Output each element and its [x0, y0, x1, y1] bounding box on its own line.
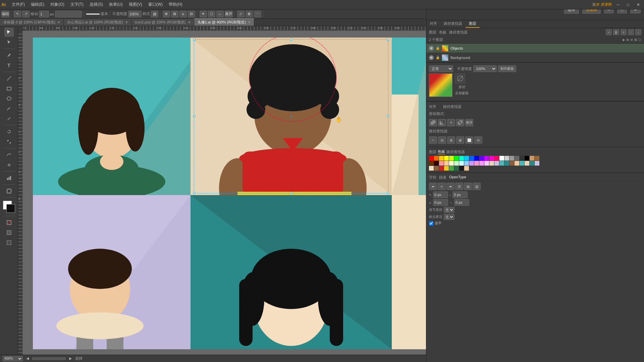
pf-expand[interactable]: 展开 — [465, 119, 473, 126]
tool-rotate[interactable] — [4, 127, 14, 136]
color-swatch[interactable] — [459, 156, 464, 161]
color-swatch[interactable] — [489, 156, 494, 161]
tab-avatar1[interactable]: 头像1.ai @ 400% (RGB/预览) ✕ — [194, 18, 254, 26]
color-swatch[interactable] — [530, 156, 534, 161]
layers-pf-tab[interactable]: 路径查找器 — [449, 30, 468, 35]
make-mask-btn[interactable]: 制作蒙版 — [498, 65, 516, 72]
tool-draw-mode[interactable] — [4, 238, 14, 247]
typo-tab-char[interactable]: 字符 — [429, 175, 436, 180]
nav-next[interactable]: ▶ — [69, 356, 72, 361]
align-left-btn[interactable]: ⬅ — [429, 183, 437, 190]
tab-office1[interactable]: 办公用品1.ai @ 100% (RGB/预览) ✕ — [64, 18, 131, 26]
style-btn[interactable]: ▤ — [151, 11, 158, 17]
anchor-corner[interactable]: ⌐ — [216, 11, 224, 17]
pf-merge[interactable]: ⊞ — [447, 136, 455, 144]
tool-pencil[interactable] — [4, 114, 14, 123]
anchor-add[interactable]: ✦ — [200, 11, 207, 17]
tool-ellipse[interactable] — [4, 94, 14, 103]
color-swatch-extra[interactable] — [449, 166, 454, 171]
color-swatch-extra[interactable] — [429, 166, 434, 171]
color-swatch[interactable] — [499, 161, 504, 166]
tool-rect[interactable] — [4, 84, 14, 93]
color-swatch[interactable] — [484, 161, 489, 166]
align-justify2-btn[interactable]: ▥ — [473, 183, 481, 190]
color-swatch[interactable] — [449, 156, 454, 161]
color-swatch-extra[interactable] — [454, 166, 459, 171]
window-maximize[interactable]: □ — [624, 2, 632, 8]
toolbar-select-icon[interactable]: ↖ — [14, 11, 21, 17]
color-swatch[interactable] — [525, 156, 529, 161]
pf-subtract[interactable]: ⊘ — [474, 136, 482, 144]
palette-tab-pf[interactable]: 路径查找器 — [446, 149, 465, 155]
toolbar-direct-select[interactable]: ↗ — [22, 11, 30, 17]
color-swatch[interactable] — [509, 156, 514, 161]
tool-pen[interactable] — [4, 51, 14, 60]
menu-view[interactable]: 视图(V) — [126, 1, 145, 8]
tab-close-avatar1[interactable]: ✕ — [248, 20, 251, 24]
color-swatch[interactable] — [494, 156, 499, 161]
color-swatch-extra[interactable] — [530, 161, 534, 166]
tab-close-untitled3[interactable]: ✕ — [57, 20, 60, 24]
color-swatch[interactable] — [434, 156, 439, 161]
pad-left-input[interactable] — [454, 199, 469, 206]
tool-type[interactable]: T — [4, 61, 14, 70]
cell-bottom-left[interactable] — [33, 195, 191, 349]
tool-brush[interactable] — [4, 104, 14, 113]
menu-file[interactable]: 文件(F) — [9, 1, 28, 8]
color-swatch[interactable] — [474, 156, 479, 161]
color-swatch[interactable] — [520, 156, 524, 161]
color-swatch[interactable] — [515, 156, 519, 161]
color-swatch[interactable] — [429, 161, 434, 166]
tool-color-box[interactable] — [3, 201, 15, 213]
tab-icon2[interactable]: icon2.psd @ 100% (RGB/预览) ✕ — [131, 18, 194, 26]
color-swatch[interactable] — [479, 156, 484, 161]
pf-outline[interactable]: ⬜ — [465, 136, 473, 144]
layer-lock-background[interactable]: 🔒 — [436, 56, 440, 59]
tool-fill[interactable] — [4, 218, 14, 227]
color-swatch-extra[interactable] — [464, 166, 469, 171]
opacity-prop-select[interactable]: 100%75%50% — [473, 65, 497, 72]
color-swatch-extra[interactable] — [520, 161, 524, 166]
align-h[interactable]: ≡ — [179, 11, 187, 17]
snap-select[interactable]: 无 — [444, 214, 454, 220]
layer-icon5[interactable]: ⬡ — [638, 38, 641, 42]
canvas-area[interactable]: 72 84 96 108 124 144 160 196 216 228 240… — [18, 26, 426, 355]
color-swatch[interactable] — [444, 161, 449, 166]
more-btn[interactable]: ⋯ — [254, 11, 261, 17]
layer-row-objects[interactable]: ● 🔒 Objects — [426, 44, 644, 53]
menu-help[interactable]: 帮助(H) — [166, 1, 185, 8]
layer-up[interactable]: ↑ — [628, 29, 634, 35]
layer-down[interactable]: ↓ — [635, 29, 641, 35]
typo-tab-ot[interactable]: OpenType — [449, 175, 466, 180]
layer-delete[interactable]: 🗑 — [613, 29, 619, 35]
tab-close-icon2[interactable]: ✕ — [188, 20, 191, 24]
layer-lock-objects[interactable]: 🔒 — [436, 46, 440, 50]
color-swatch[interactable] — [429, 156, 434, 161]
pad-bottom-input[interactable] — [433, 199, 448, 206]
layer-options[interactable]: ≡ — [621, 29, 627, 35]
tab-untitled3[interactable]: 未标题-3 @ 100% (CMYK/预览) ✕ — [0, 18, 64, 26]
pf-divide[interactable]: ÷ — [429, 136, 437, 144]
layer-row-background[interactable]: ● 🔒 Background — [426, 53, 644, 62]
color-swatch-extra[interactable] — [439, 166, 444, 171]
window-minimize[interactable]: ─ — [614, 2, 622, 8]
pf-trim[interactable]: ⊟ — [438, 136, 446, 144]
layers-color-tab[interactable]: 色板 — [439, 30, 446, 35]
align-reset[interactable]: ⊕ — [163, 11, 170, 17]
transform-btn[interactable]: ⤢ — [237, 11, 245, 17]
menu-edit[interactable]: 编辑(E) — [28, 1, 47, 8]
color-swatch[interactable] — [499, 156, 504, 161]
align-justify-btn[interactable]: ☰ — [455, 183, 463, 190]
toolbar-group-btn[interactable]: 编组 — [1, 11, 9, 17]
align-v[interactable]: ⊟ — [188, 11, 195, 17]
color-swatch[interactable] — [504, 161, 509, 166]
tool-select[interactable] — [4, 27, 14, 37]
pf-crop[interactable]: ⊠ — [456, 136, 464, 144]
layer-new[interactable]: + — [606, 29, 612, 35]
align-center-btn[interactable]: ≡ — [438, 183, 446, 190]
tool-background-color[interactable] — [6, 204, 15, 213]
tool-symbol[interactable]: ⊕ — [4, 160, 14, 170]
color-swatch[interactable] — [494, 161, 499, 166]
color-swatch-extra[interactable] — [444, 166, 449, 171]
color-swatch-extra[interactable] — [525, 161, 529, 166]
